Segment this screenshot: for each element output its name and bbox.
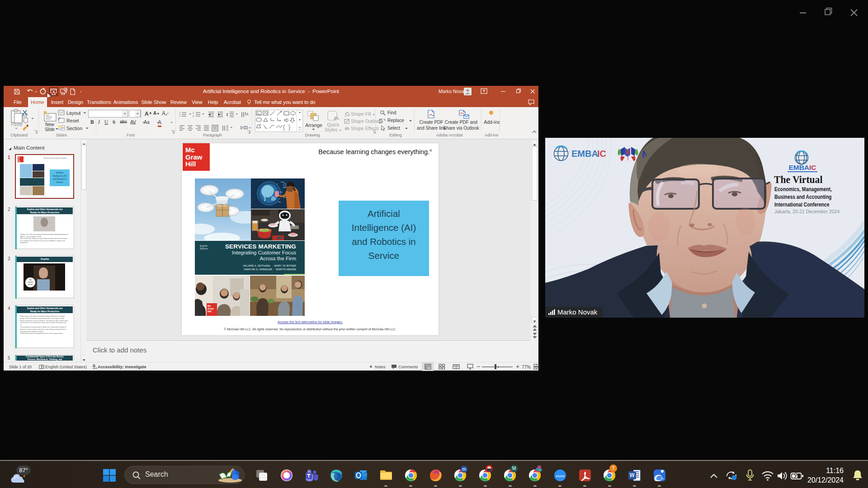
svg-text:IC: IC [597,149,606,159]
svg-text:ac: ac [379,121,382,123]
svg-text:zoom: zoom [556,474,565,478]
svg-text:EMBA: EMBA [571,149,598,159]
svg-text:2: 2 [193,115,194,117]
svg-text:1: 1 [193,112,194,114]
svg-text:A: A [246,113,249,116]
svg-text:N: N [642,149,646,160]
